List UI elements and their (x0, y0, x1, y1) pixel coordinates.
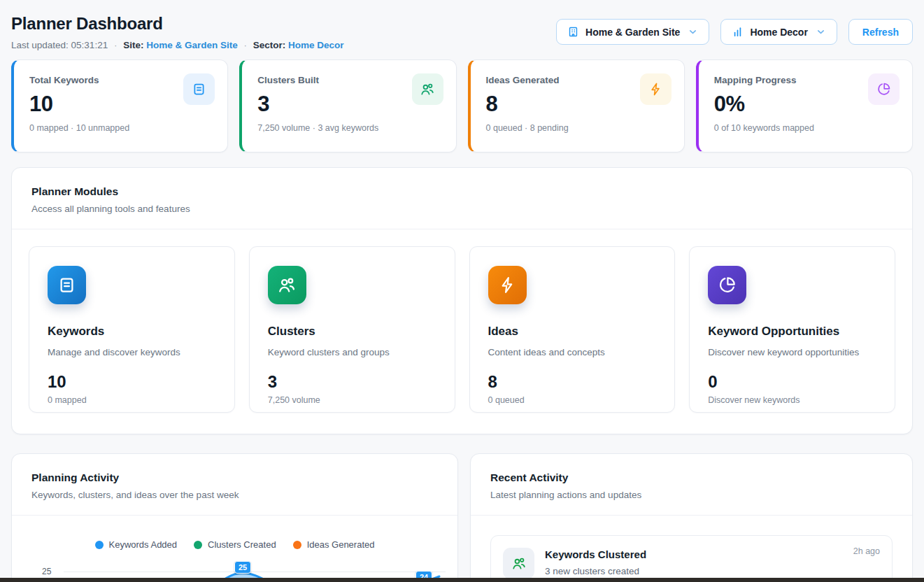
module-card-ideas[interactable]: Ideas Content ideas and concepts 8 0 que… (469, 246, 676, 413)
module-card-keywords[interactable]: Keywords Manage and discover keywords 10… (29, 246, 235, 413)
stat-card-ideas-generated[interactable]: Ideas Generated 8 0 queued · 8 pending (468, 59, 685, 152)
chart-legend: Keywords Added Clusters Created Ideas Ge… (12, 539, 457, 550)
activity-item-body: Keywords Clustered 2h ago 3 new clusters… (545, 546, 880, 582)
building-icon (567, 26, 579, 38)
module-title: Clusters (268, 325, 436, 339)
planning-activity-header: Planning Activity Keywords, clusters, an… (12, 454, 457, 515)
page-title: Planner Dashboard (11, 14, 344, 34)
separator-dot: · (244, 41, 247, 50)
bottom-row: Planning Activity Keywords, clusters, an… (11, 453, 913, 582)
document-icon (183, 73, 215, 105)
separator-dot: · (114, 41, 117, 50)
legend-item-ideas-generated[interactable]: Ideas Generated (293, 539, 375, 550)
document-icon (48, 266, 86, 304)
sector-selector-label: Home Decor (750, 27, 807, 38)
module-sub: 0 queued (488, 395, 657, 405)
recent-activity-header: Recent Activity Latest planning actions … (471, 454, 912, 515)
site-selector-label: Home & Garden Site (585, 27, 680, 38)
users-icon (503, 548, 534, 579)
module-description: Keyword clusters and groups (268, 347, 436, 357)
refresh-button[interactable]: Refresh (848, 19, 913, 45)
site-selector-dropdown[interactable]: Home & Garden Site (556, 19, 709, 45)
pie-chart-icon (868, 73, 900, 105)
stat-card-clusters-built[interactable]: Clusters Built 3 7,250 volume · 3 avg ke… (239, 59, 456, 152)
section-title: Recent Activity (490, 471, 893, 484)
stat-sub: 7,250 volume · 3 avg keywords (257, 123, 441, 133)
bar-chart-icon (732, 26, 744, 38)
users-icon (412, 73, 443, 105)
sector-text: Sector: Home Decor (253, 40, 344, 50)
module-sub: 7,250 volume (268, 395, 436, 405)
module-card-clusters[interactable]: Clusters Keyword clusters and groups 3 7… (249, 246, 455, 413)
section-subtitle: Access all planning tools and features (31, 204, 893, 214)
site-link[interactable]: Home & Garden Site (146, 40, 238, 50)
stat-sub: 0 of 10 keywords mapped (714, 123, 898, 133)
section-subtitle: Keywords, clusters, and ideas over the p… (31, 490, 438, 500)
legend-label: Ideas Generated (307, 539, 375, 550)
page-subtitle: Last updated: 05:31:21 · Site: Home & Ga… (11, 40, 344, 50)
module-sub: 0 mapped (48, 395, 216, 405)
y-axis-tick: 25 (42, 567, 51, 576)
header-actions: Home & Garden Site Home Decor Refresh (556, 19, 913, 45)
section-title: Planner Modules (31, 185, 893, 198)
section-title: Planning Activity (31, 471, 438, 484)
module-value: 8 (488, 372, 657, 392)
legend-item-clusters-created[interactable]: Clusters Created (194, 539, 276, 550)
section-subtitle: Latest planning actions and updates (490, 490, 893, 500)
lightning-icon (640, 73, 671, 105)
activity-description: 3 new clusters created (545, 566, 880, 576)
legend-dot-green (194, 541, 202, 549)
bottom-edge-bar (0, 578, 924, 582)
sector-selector-dropdown[interactable]: Home Decor (720, 19, 837, 45)
activity-timestamp: 2h ago (853, 546, 880, 556)
divider (471, 515, 912, 516)
stat-sub: 0 queued · 8 pending (486, 123, 670, 133)
last-updated-text: Last updated: 05:31:21 (11, 40, 108, 50)
stat-sub: 0 mapped · 10 unmapped (29, 123, 213, 133)
data-label-badge: 25 (234, 561, 251, 574)
activity-title: Keywords Clustered (545, 548, 646, 560)
module-title: Ideas (488, 325, 657, 339)
planning-activity-card: Planning Activity Keywords, clusters, an… (11, 453, 458, 582)
planner-dashboard-page: Planner Dashboard Last updated: 05:31:21… (0, 0, 924, 582)
pie-chart-icon (708, 266, 746, 304)
module-value: 3 (268, 372, 436, 392)
legend-label: Keywords Added (109, 539, 178, 550)
page-header: Planner Dashboard Last updated: 05:31:21… (11, 14, 913, 50)
stat-card-mapping-progress[interactable]: Mapping Progress 0% 0 of 10 keywords map… (696, 59, 913, 152)
activity-item-keywords-clustered[interactable]: Keywords Clustered 2h ago 3 new clusters… (490, 535, 893, 582)
module-sub: Discover new keywords (708, 395, 876, 405)
modules-section-header: Planner Modules Access all planning tool… (12, 168, 912, 229)
planner-modules-section: Planner Modules Access all planning tool… (11, 167, 913, 434)
module-description: Discover new keyword opportunities (708, 347, 876, 357)
modules-grid: Keywords Manage and discover keywords 10… (12, 229, 912, 434)
site-text: Site: Home & Garden Site (123, 40, 238, 50)
module-value: 0 (708, 372, 876, 392)
module-description: Content ideas and concepts (488, 347, 657, 357)
divider (12, 515, 457, 516)
chevron-down-icon (816, 27, 826, 37)
stats-row: Total Keywords 10 0 mapped · 10 unmapped… (11, 59, 913, 152)
module-description: Manage and discover keywords (48, 347, 216, 357)
users-icon (268, 266, 306, 304)
sector-link[interactable]: Home Decor (288, 40, 344, 50)
module-value: 10 (48, 372, 216, 392)
stat-card-total-keywords[interactable]: Total Keywords 10 0 mapped · 10 unmapped (11, 59, 228, 152)
module-title: Keywords (48, 325, 216, 339)
module-title: Keyword Opportunities (708, 325, 876, 339)
recent-activity-card: Recent Activity Latest planning actions … (470, 453, 913, 582)
header-left: Planner Dashboard Last updated: 05:31:21… (11, 14, 344, 50)
chevron-down-icon (688, 27, 698, 37)
lightning-icon (488, 266, 527, 304)
legend-item-keywords-added[interactable]: Keywords Added (95, 539, 178, 550)
module-card-keyword-opportunities[interactable]: Keyword Opportunities Discover new keywo… (689, 246, 895, 413)
legend-label: Clusters Created (208, 539, 276, 550)
legend-dot-blue (95, 541, 104, 549)
legend-dot-orange (293, 541, 301, 549)
